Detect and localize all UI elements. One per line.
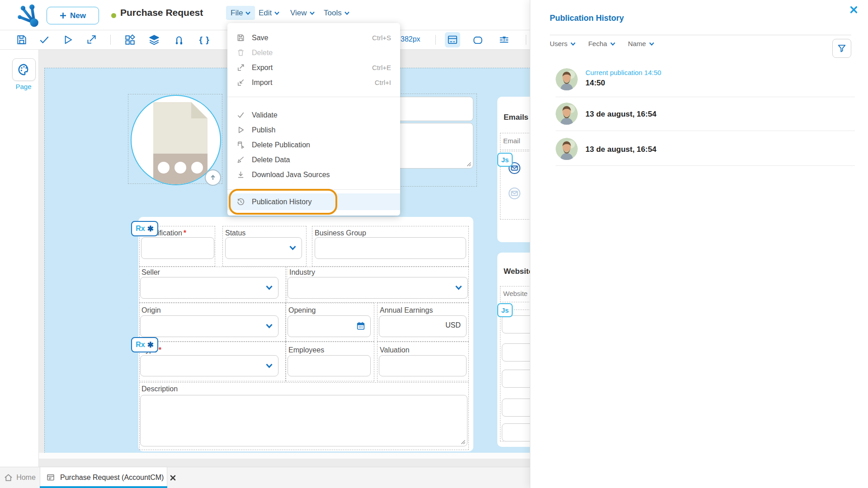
chevron-down-icon [344,11,349,15]
app-logo [15,4,41,27]
rx-badge[interactable]: Rx ✱ [131,221,158,236]
employees-input[interactable] [288,355,371,376]
publication-row-link[interactable]: Current publication 14:50 [585,69,661,76]
chevron-down-icon [455,285,462,290]
website-input[interactable] [502,315,530,333]
avatar [556,138,578,160]
website-card: Website Website Js [497,253,530,447]
required-marker: * [184,229,186,237]
business-group-input[interactable] [315,237,466,259]
menu-item-publication-history[interactable]: Publication History [227,193,400,210]
rounded-container-icon[interactable] [470,32,486,47]
menu-item-import[interactable]: Import Ctrl+I [227,75,400,90]
annual-earnings-input[interactable]: USD [379,315,467,337]
panel-close-icon[interactable] [848,4,859,15]
avatar [556,103,578,125]
origin-label: Origin [142,306,161,314]
active-tab-indicator [40,486,167,488]
chevron-down-icon [289,245,296,250]
filter-lines-icon[interactable] [496,32,512,47]
publication-row-date[interactable]: 13 de august, 16:54 [585,110,656,119]
page-widget-label: Page [12,83,35,90]
panel-divider [550,35,851,35]
menu-item-save[interactable]: Save Ctrl+S [227,30,400,45]
website-input[interactable] [502,370,530,388]
industry-select[interactable] [288,277,468,299]
menu-item-delete-publication[interactable]: Delete Publication [227,137,400,152]
website-input[interactable] [502,399,530,417]
website-input[interactable] [502,343,530,361]
app-window: New Purchase Request File Edit View Tool… [0,0,868,488]
filter-users[interactable]: Users [550,40,576,47]
menu-item-delete-data[interactable]: Delete Data [227,152,400,167]
canvas-bottom-strip [38,453,530,459]
save-icon[interactable] [14,32,29,47]
menu-item-delete[interactable]: Delete [227,45,400,60]
menu-file[interactable]: File [226,6,255,20]
origin-select[interactable] [140,315,278,337]
menu-item-publish[interactable]: Publish [227,122,400,137]
tab-close-icon[interactable] [170,475,176,481]
valuation-input[interactable] [379,355,467,376]
seller-label: Seller [142,268,160,277]
rx-badge[interactable]: Rx ✱ [131,337,158,352]
page-widget-button[interactable] [12,58,36,81]
industry-label: Industry [289,268,315,277]
tab-purchase-request[interactable]: Purchase Request (AccountCM) [40,467,167,488]
calendar-icon[interactable] [356,321,366,331]
row-divider [556,97,855,97]
width-indicator: 382px [401,35,420,43]
form-tab-icon [47,474,56,482]
type-select[interactable] [140,355,278,376]
publication-row-time[interactable]: 14:50 [585,79,605,88]
play-icon[interactable] [60,32,75,47]
panel-title: Publication History [550,14,624,23]
file-menu: Save Ctrl+S Delete Export Ctrl+E Import … [227,23,400,216]
status-select[interactable] [225,237,302,259]
opening-label: Opening [288,306,316,314]
required-marker: * [159,346,161,354]
validate-check-icon[interactable] [37,32,52,47]
menu-item-export[interactable]: Export Ctrl+E [227,60,400,75]
description-label: Description [142,385,178,393]
menu-view[interactable]: View [286,6,319,20]
tab-label: Purchase Request (AccountCM) [60,474,164,482]
resize-handle-icon[interactable] [467,162,472,167]
filter-fecha[interactable]: Fecha [588,40,615,47]
code-braces-icon[interactable]: { } [197,32,212,47]
annual-earnings-label: Annual Earnings [380,306,433,314]
tab-home[interactable]: Home [0,467,40,488]
email-label: Email [503,137,520,145]
palette-icon [17,63,31,76]
emails-card-title: Emails [504,113,528,122]
components-icon[interactable] [122,32,137,47]
emails-card: Emails Email Js [497,97,530,242]
menu-edit[interactable]: Edit [254,6,284,20]
filter-button[interactable] [832,39,851,58]
new-button[interactable]: New [47,7,99,24]
menu-item-validate[interactable]: Validate [227,108,400,122]
connector-icon[interactable] [171,32,187,47]
status-label: Status [225,229,245,237]
resize-handle-icon[interactable] [461,440,466,445]
upload-image-button[interactable] [205,169,221,186]
new-button-label: New [70,11,86,20]
card-view-icon[interactable] [445,32,460,47]
js-badge[interactable]: Js [497,303,513,317]
publication-row-date[interactable]: 13 de august, 16:54 [585,145,656,154]
widget-sidebar: Page [0,49,39,467]
export-icon[interactable] [84,32,99,47]
chevron-down-icon [266,285,273,290]
menu-tools[interactable]: Tools [319,6,354,20]
identification-input[interactable] [141,237,214,259]
menu-item-download-java-sources[interactable]: Download Java Sources [227,167,400,182]
layers-icon[interactable] [146,32,162,47]
website-input[interactable] [502,423,530,441]
js-badge[interactable]: Js [497,153,513,167]
filter-name[interactable]: Name [628,40,654,47]
description-textarea[interactable] [140,395,467,446]
opening-date-input[interactable] [288,315,371,337]
chevron-down-icon [266,363,273,368]
panel-filter-row: Users Fecha Name [550,40,654,47]
seller-select[interactable] [140,277,278,299]
